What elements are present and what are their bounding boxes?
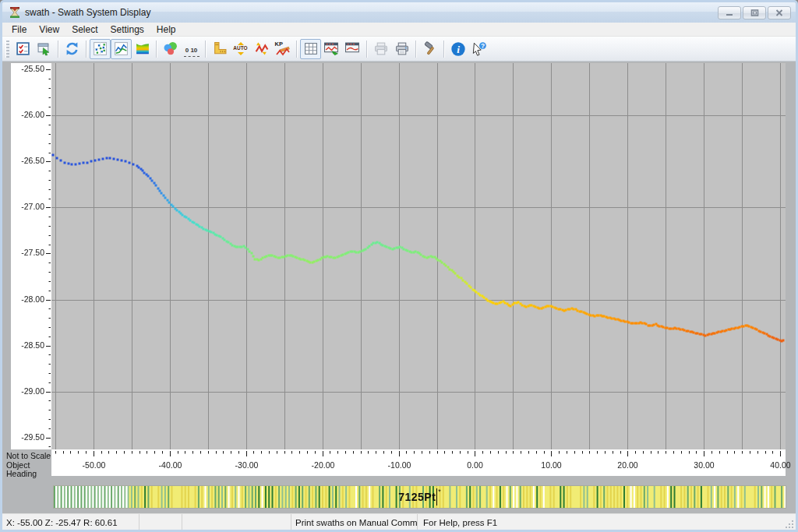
monitor-chart-icon [344, 41, 361, 56]
auto-down-arrow-icon [238, 52, 244, 55]
monitor-chart-green-arrow-icon [323, 41, 340, 56]
swath-barcode-canvas[interactable] [53, 485, 786, 509]
checklist-icon [16, 41, 30, 56]
minimize-icon [726, 9, 733, 16]
print-setup-icon [373, 41, 389, 56]
hammer-icon [422, 41, 438, 56]
toolbar-button-profile-view[interactable] [111, 39, 132, 59]
toolbar-button-angle-ruler[interactable] [209, 39, 230, 59]
toolbar-button-tools[interactable] [419, 39, 440, 59]
new-window-icon [37, 41, 51, 56]
not-to-scale-label: Not to Scale [6, 452, 53, 461]
close-icon [775, 9, 783, 16]
line-chart-icon [114, 41, 129, 56]
status-bar: X: -55.00 Z: -25.47 R: 60.61 Print swath… [2, 513, 796, 530]
swath-profile-plot[interactable] [2, 62, 796, 510]
printer-icon [394, 41, 410, 56]
swath-coverage-strip[interactable]: 7125Pt * [53, 485, 786, 509]
toolbar-separator [86, 41, 87, 58]
toolbar-button-about[interactable]: i [447, 39, 468, 59]
heading-label: Heading [6, 470, 53, 479]
toolbar-button-context-help[interactable]: ? [468, 39, 489, 59]
toolbar-button-color-map-view[interactable] [132, 39, 153, 59]
menu-select[interactable]: Select [65, 23, 104, 36]
toolbar-separator [415, 41, 416, 58]
toolbar-button-scale-0-10[interactable]: 0 10 [181, 39, 202, 59]
swath-zigzag-icon [254, 41, 270, 56]
status-panel-3 [182, 514, 291, 530]
auto-scale-icon: AUTO [233, 46, 247, 51]
spheres-icon [163, 41, 178, 56]
scale-0-10-icon: 0 10 [185, 47, 198, 54]
toolbar-button-monitor-profile-live[interactable] [321, 39, 342, 59]
app-window: swath - Swath System Display File View S… [0, 0, 798, 532]
scatter-plot-icon [93, 41, 108, 56]
toolbar-button-swath-track[interactable] [251, 39, 272, 59]
toolbar-button-sphere-display[interactable] [160, 39, 181, 59]
color-map-icon [135, 41, 150, 56]
toolbar-button-kp-track[interactable]: KP [272, 39, 293, 59]
chart-client-area: Not to Scale Object Heading 7125Pt * [2, 62, 796, 513]
menu-help[interactable]: Help [150, 23, 182, 36]
help-pointer-icon: ? [471, 41, 487, 57]
toolbar-separator [58, 41, 58, 58]
menu-view[interactable]: View [33, 23, 65, 36]
close-button[interactable] [768, 6, 791, 19]
toolbar-button-new-display-window[interactable] [34, 39, 55, 59]
info-icon: i [450, 41, 466, 57]
svg-text:?: ? [481, 42, 485, 49]
status-help-text: For Help, press F1 [418, 514, 796, 530]
maximize-button[interactable] [743, 6, 766, 19]
svg-text:i: i [457, 44, 460, 55]
app-icon [9, 6, 21, 19]
status-coordinates: X: -55.00 Z: -25.47 R: 60.61 [2, 514, 139, 530]
toolbar-button-auto-scale[interactable]: AUTO [230, 39, 251, 59]
window-title: swath - Swath System Display [25, 7, 718, 18]
toolbar-separator [366, 41, 367, 58]
refresh-icon [65, 41, 79, 56]
axis-footer-labels: Not to Scale Object Heading [6, 452, 53, 479]
toolbar-button-print[interactable] [391, 39, 412, 59]
toolbar-button-scatter-view[interactable] [90, 39, 111, 59]
toolbar-button-monitor-profile[interactable] [342, 39, 363, 59]
toolbar-button-survey-checklist[interactable] [12, 39, 34, 59]
menu-file[interactable]: File [5, 23, 33, 36]
toolbar-button-print-setup[interactable] [370, 39, 391, 59]
minimize-button[interactable] [718, 6, 741, 19]
title-bar[interactable]: swath - Swath System Display [2, 2, 796, 23]
toolbar-separator [156, 41, 157, 58]
kp-zigzag-icon [274, 41, 291, 57]
toolbar-button-grid-view[interactable] [300, 39, 321, 59]
toolbar-button-refresh[interactable] [62, 39, 83, 59]
status-message: Print swaths on Manual Command [291, 514, 418, 530]
toolbar-separator [296, 41, 297, 58]
status-panel-2 [139, 514, 182, 530]
maximize-icon [750, 9, 759, 16]
menu-settings[interactable]: Settings [104, 23, 150, 36]
toolbar-grip[interactable] [5, 41, 9, 58]
angle-ruler-icon [212, 41, 228, 56]
toolbar-separator [443, 41, 444, 58]
resize-grip[interactable] [785, 520, 795, 530]
grid-table-icon [303, 41, 319, 56]
toolbar: 0 10 AUTO K [2, 37, 796, 62]
menu-bar: File View Select Settings Help [2, 23, 796, 37]
toolbar-separator [205, 41, 206, 58]
